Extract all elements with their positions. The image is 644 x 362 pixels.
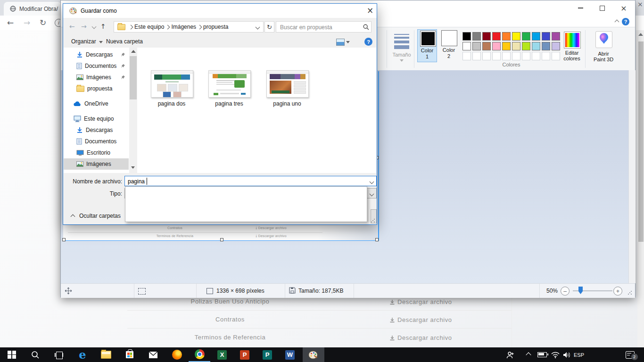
paint-help-icon[interactable]: ? (622, 18, 629, 25)
sidebar-item-escritorio[interactable]: Escritorio (64, 147, 129, 158)
palette-color[interactable] (462, 42, 471, 50)
sidebar-scrollbar[interactable] (129, 48, 137, 173)
palette-color[interactable] (522, 32, 530, 41)
view-mode-icon[interactable] (336, 39, 345, 46)
palette-empty-slot[interactable] (542, 52, 550, 60)
palette-empty-slot[interactable] (522, 52, 530, 60)
minimize-button[interactable] (570, 1, 591, 15)
refresh-icon[interactable]: ↻ (40, 18, 46, 27)
palette-empty-slot[interactable] (502, 52, 511, 60)
view-dropdown-icon[interactable] (346, 41, 350, 43)
palette-color[interactable] (552, 32, 560, 41)
edge-button[interactable]: e (72, 347, 93, 362)
edit-colors-button[interactable]: Editar colores (561, 31, 582, 67)
sidebar-item-este-equipo[interactable]: Este equipo (64, 113, 129, 124)
file-item-pagina-tres[interactable]: pagina tres (208, 70, 250, 113)
palette-color[interactable] (512, 32, 520, 41)
palette-empty-slot[interactable] (532, 52, 540, 60)
nav-forward-icon[interactable]: → (81, 23, 87, 30)
sidebar-item-imagenes-2[interactable]: Imágenes (64, 158, 129, 170)
palette-color[interactable] (492, 32, 501, 41)
palette-empty-slot[interactable] (492, 52, 501, 60)
dialog-close-icon[interactable]: × (367, 6, 373, 15)
language-indicator[interactable]: ESP (571, 347, 586, 362)
mail-button[interactable] (142, 347, 164, 362)
palette-color[interactable] (492, 42, 501, 50)
palette-empty-slot[interactable] (472, 52, 481, 60)
file-item-pagina-uno[interactable]: pagina uno (266, 70, 308, 113)
selection-handle[interactable] (220, 238, 223, 241)
forward-icon[interactable]: → (24, 18, 30, 27)
palette-color[interactable] (512, 42, 520, 50)
download-link[interactable]: Descargar archivo (389, 297, 452, 306)
selection-handle[interactable] (375, 238, 379, 241)
palette-color[interactable] (532, 42, 540, 50)
address-bar[interactable]: Este equipo Imágenes propuesta (114, 21, 264, 33)
chrome-close-icon[interactable]: × (637, 0, 643, 8)
palette-color[interactable] (502, 32, 511, 41)
sidebar-item-descargas-2[interactable]: Descargas (64, 124, 129, 136)
word-button[interactable]: W (279, 347, 301, 362)
file-explorer-button[interactable] (95, 347, 117, 362)
powerpoint-button[interactable]: P (234, 347, 256, 362)
palette-color[interactable] (482, 32, 491, 41)
start-button[interactable] (1, 347, 23, 362)
excel-button[interactable]: X (211, 347, 233, 362)
palette-color[interactable] (542, 32, 550, 41)
scroll-down-icon[interactable] (131, 166, 135, 169)
dialog-help-icon[interactable]: ? (364, 38, 372, 46)
people-button[interactable] (504, 347, 518, 362)
chrome-button[interactable] (189, 347, 210, 362)
breadcrumb-item[interactable]: propuesta (201, 24, 230, 30)
nav-history-icon[interactable] (92, 25, 97, 29)
palette-empty-slot[interactable] (512, 52, 520, 60)
zoom-in-button[interactable]: + (613, 287, 622, 296)
sidebar-scrollbar-thumb[interactable] (130, 56, 137, 99)
nav-up-icon[interactable]: ↑ (100, 23, 106, 30)
palette-color[interactable] (532, 32, 540, 41)
taskbar-search-button[interactable] (25, 347, 46, 362)
maximize-button[interactable] (591, 1, 613, 15)
scroll-up-icon[interactable] (131, 50, 136, 53)
palette-color[interactable] (462, 32, 471, 41)
breadcrumb-item[interactable]: Imágenes (169, 24, 198, 30)
close-button[interactable]: × (613, 1, 635, 15)
store-button[interactable] (119, 347, 140, 362)
new-folder-button[interactable]: Nueva carpeta (106, 38, 143, 45)
size-button[interactable]: Tamaño (389, 30, 414, 68)
sidebar-item-imagenes[interactable]: Imágenes (64, 72, 129, 83)
filename-dropdown-icon[interactable] (370, 180, 374, 184)
organize-button[interactable]: Organizar (71, 38, 96, 45)
autocomplete-dropdown[interactable] (125, 186, 367, 222)
nav-back-icon[interactable]: ← (69, 23, 75, 30)
chrome-scrollbar[interactable] (637, 30, 644, 347)
palette-color[interactable] (552, 42, 560, 50)
palette-empty-slot[interactable] (482, 52, 491, 60)
filename-combobox[interactable]: pagina (124, 176, 377, 186)
collapse-ribbon-icon[interactable] (615, 20, 619, 25)
refresh-button[interactable]: ↻ (264, 21, 274, 33)
color2-button[interactable]: Color 2 (439, 29, 459, 62)
palette-empty-slot[interactable] (552, 52, 560, 60)
sidebar-item-onedrive[interactable]: OneDrive (64, 98, 129, 109)
zoom-out-button[interactable]: – (561, 287, 570, 296)
tray-expand-button[interactable] (522, 347, 535, 362)
notification-button[interactable]: 2 (620, 347, 639, 362)
download-link[interactable]: Descargar archivo (389, 315, 452, 324)
paint-scrollbar[interactable] (628, 70, 636, 283)
address-dropdown-icon[interactable] (256, 25, 260, 30)
search-box[interactable]: Buscar en propuesta (276, 21, 372, 33)
scroll-up-icon[interactable] (638, 33, 643, 36)
paint-button[interactable] (303, 347, 324, 362)
filetype-dropdown-icon[interactable] (370, 192, 374, 197)
battery-button[interactable] (536, 347, 549, 362)
palette-color[interactable] (502, 42, 511, 50)
dialog-resize-grip[interactable] (371, 218, 375, 223)
palette-color[interactable] (542, 42, 550, 50)
sidebar-item-descargas[interactable]: Descargas (64, 49, 129, 60)
sidebar-item-documentos-2[interactable]: Documentos (64, 136, 129, 147)
palette-color[interactable] (482, 42, 491, 50)
download-link[interactable]: Descargar archivo (389, 333, 452, 342)
open-paint3d-button[interactable]: Abrir Paint 3D (589, 30, 618, 68)
dialog-titlebar[interactable]: Guardar como × (63, 4, 377, 18)
